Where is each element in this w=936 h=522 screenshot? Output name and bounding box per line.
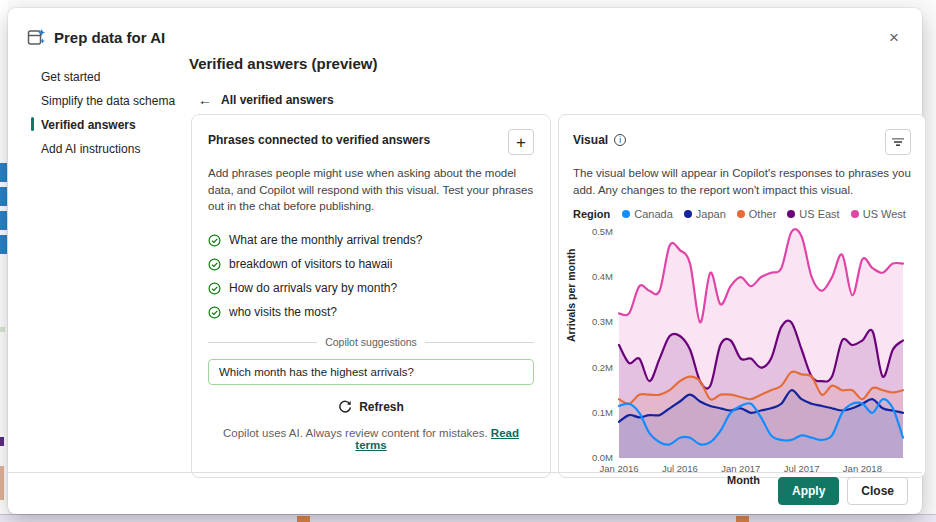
phrase-list: What are the monthly arrival trends? bre… (208, 228, 534, 324)
divider-line (425, 342, 534, 343)
phrase-text: breakdown of visitors to hawaii (229, 257, 392, 271)
dialog-footer: Apply Close (778, 477, 908, 505)
filter-icon (891, 136, 905, 148)
visual-panel-header: Visual i (573, 129, 911, 155)
background-mark (0, 466, 4, 500)
svg-text:0.0M: 0.0M (592, 452, 613, 463)
visual-panel-title: Visual (573, 133, 608, 147)
chart-legend: Region CanadaJapanOtherUS EastUS West (573, 208, 911, 220)
prep-data-icon (27, 28, 46, 47)
close-button[interactable]: Close (847, 477, 908, 505)
arrivals-area-chart[interactable]: Arrivals per month 0.0M0.1M0.2M0.3M0.4M0… (573, 224, 911, 474)
svg-text:0.3M: 0.3M (592, 317, 613, 328)
phrase-row[interactable]: who visits the most? (208, 300, 534, 324)
background-chip (297, 516, 310, 522)
legend-item-other[interactable]: Other (737, 208, 777, 220)
background-bar (0, 187, 7, 206)
divider-line (208, 342, 317, 343)
copilot-suggestions-label: Copilot suggestions (325, 336, 417, 348)
check-circle-icon (208, 306, 221, 319)
phrase-row[interactable]: What are the monthly arrival trends? (208, 228, 534, 252)
filter-button[interactable] (885, 129, 911, 155)
refresh-button[interactable]: Refresh (332, 398, 410, 416)
legend-item-us-west[interactable]: US West (851, 208, 906, 220)
phrases-panel-description: Add phrases people might use when asking… (208, 165, 534, 215)
footer-divider (8, 472, 922, 473)
background-mark (0, 327, 5, 332)
phrases-panel: Phrases connected to verified answers + … (191, 114, 551, 478)
content-panels: Phrases connected to verified answers + … (191, 114, 926, 478)
prep-data-for-ai-dialog: Prep data for AI × Get started Simplify … (8, 8, 922, 514)
check-circle-icon (208, 282, 221, 295)
phrase-row[interactable]: breakdown of visitors to hawaii (208, 252, 534, 276)
check-circle-icon (208, 258, 221, 271)
svg-text:0.1M: 0.1M (592, 407, 613, 418)
dialog-title-row: Prep data for AI (27, 28, 165, 47)
legend-item-canada[interactable]: Canada (622, 208, 673, 220)
refresh-label: Refresh (359, 400, 404, 414)
back-arrow-icon: ← (198, 92, 212, 108)
sidebar-item-verified-answers[interactable]: Verified answers (33, 113, 178, 137)
background-bar (0, 211, 7, 230)
dialog-sidebar: Get started Simplify the data schema Ver… (33, 65, 178, 161)
close-icon[interactable]: × (882, 26, 906, 50)
background-bar (0, 235, 7, 254)
svg-text:0.2M: 0.2M (592, 362, 613, 373)
back-link-label: All verified answers (221, 93, 334, 107)
suggested-phrase-chip[interactable]: Which month has the highest arrivals? (208, 359, 534, 385)
legend-title: Region (573, 208, 610, 220)
legend-dot-icon (737, 210, 745, 218)
svg-text:0.4M: 0.4M (592, 272, 613, 283)
info-icon[interactable]: i (614, 134, 626, 146)
phrase-text: who visits the most? (229, 305, 337, 319)
background-mark (0, 437, 4, 446)
add-phrase-button[interactable]: + (508, 129, 534, 155)
background-report-bottom (0, 514, 936, 522)
legend-items: CanadaJapanOtherUS EastUS West (622, 208, 906, 220)
background-bar (0, 163, 7, 182)
legend-dot-icon (787, 210, 795, 218)
legend-item-japan[interactable]: Japan (684, 208, 726, 220)
disclaimer-text: Copilot uses AI. Always review content f… (223, 427, 488, 439)
phrases-panel-header: Phrases connected to verified answers + (208, 129, 534, 155)
background-report-sliver (0, 0, 8, 522)
apply-button[interactable]: Apply (778, 477, 839, 505)
all-verified-answers-back-link[interactable]: ← All verified answers (198, 92, 334, 108)
refresh-icon (338, 400, 352, 414)
copilot-suggestions-divider: Copilot suggestions (208, 336, 534, 348)
legend-dot-icon (622, 210, 630, 218)
background-chip (736, 516, 749, 522)
phrases-panel-title: Phrases connected to verified answers (208, 129, 430, 147)
phrase-text: What are the monthly arrival trends? (229, 233, 422, 247)
page-title: Verified answers (preview) (189, 55, 377, 72)
svg-text:0.5M: 0.5M (592, 226, 613, 237)
phrase-text: How do arrivals vary by month? (229, 281, 397, 295)
visual-panel: Visual i The visual below will appear in… (558, 114, 926, 478)
y-axis-label: Arrivals per month (565, 249, 577, 342)
sidebar-item-simplify-schema[interactable]: Simplify the data schema (33, 89, 178, 113)
legend-dot-icon (684, 210, 692, 218)
legend-dot-icon (851, 210, 859, 218)
legend-item-us-east[interactable]: US East (787, 208, 839, 220)
sidebar-item-get-started[interactable]: Get started (33, 65, 178, 89)
check-circle-icon (208, 234, 221, 247)
dialog-title: Prep data for AI (54, 29, 165, 46)
phrase-row[interactable]: How do arrivals vary by month? (208, 276, 534, 300)
chart-plot-area: 0.0M0.1M0.2M0.3M0.4M0.5MJan 2016Jul 2016… (573, 224, 910, 474)
visual-panel-description: The visual below will appear in Copilot'… (573, 165, 911, 198)
sidebar-item-add-ai-instructions[interactable]: Add AI instructions (33, 137, 178, 161)
ai-disclaimer: Copilot uses AI. Always review content f… (208, 427, 534, 451)
